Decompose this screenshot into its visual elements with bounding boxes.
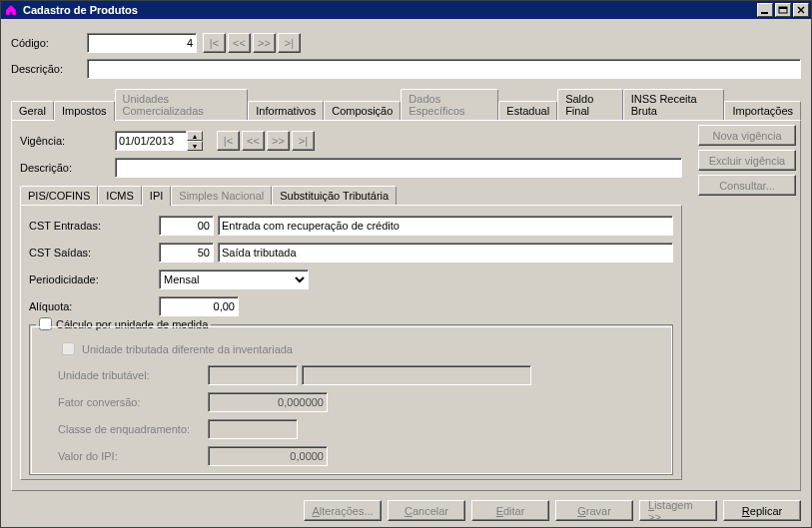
main-tab-7[interactable]: Saldo Final <box>557 89 623 120</box>
classe-label: Classe de enquadramento: <box>58 423 208 435</box>
vigencia-label: Vigência: <box>20 135 115 147</box>
svg-rect-2 <box>779 7 787 9</box>
excluir-vigencia-button[interactable]: Excluir vigência <box>698 150 796 171</box>
replicar-button[interactable]: Replicar <box>723 500 801 521</box>
unid-tribut-label: Unidade tributável: <box>58 369 208 381</box>
nav-first-button[interactable]: |< <box>203 33 226 53</box>
consultar-button[interactable]: Consultar... <box>698 175 796 196</box>
next-icon: >> <box>258 37 271 49</box>
vig-nav-next[interactable]: >> <box>267 131 290 151</box>
main-tab-9[interactable]: Importações <box>724 101 801 120</box>
vigencia-down-button[interactable]: ▼ <box>187 141 203 151</box>
alteracoes-button[interactable]: Alterações... <box>304 500 382 521</box>
titlebar: Cadastro de Produtos <box>1 1 811 19</box>
listagem-button[interactable]: Listagem >> <box>639 500 717 521</box>
unid-invent-checkbox[interactable] <box>62 342 75 355</box>
fator-label: Fator conversão: <box>58 396 208 408</box>
main-tab-6[interactable]: Estadual <box>498 101 557 120</box>
cst-entradas-label: CST Entradas: <box>29 220 159 232</box>
vig-nav-prev[interactable]: << <box>242 131 265 151</box>
window-title: Cadastro de Produtos <box>21 4 755 16</box>
fator-input <box>208 392 328 412</box>
imp-descricao-label: Descrição: <box>20 162 115 174</box>
client-area: Código: |< << >> >| Descrição: GeralImpo… <box>1 19 811 527</box>
sub-tab-3: Simples Nacional <box>171 186 272 205</box>
sub-tabbar: PIS/COFINSICMSIPISimples NacionalSubstit… <box>20 185 792 205</box>
valoripi-input <box>208 446 328 466</box>
unid-tribut-desc <box>302 365 531 385</box>
main-tab-5: Dados Específicos <box>401 89 498 120</box>
cst-entradas-desc[interactable] <box>218 216 673 236</box>
ipi-page: CST Entradas: CST Saídas: Periodicidade:… <box>20 205 682 480</box>
imp-descricao-input[interactable] <box>115 158 682 178</box>
unid-tribut-code <box>208 365 298 385</box>
last-icon: >| <box>285 37 294 49</box>
sub-tab-1[interactable]: ICMS <box>98 186 142 205</box>
impostos-page: Nova vigência Excluir vigência Consultar… <box>11 120 801 491</box>
vigencia-up-button[interactable]: ▲ <box>187 131 203 141</box>
descricao-label: Descrição: <box>11 63 83 75</box>
svg-rect-0 <box>761 12 768 14</box>
app-home-icon <box>3 2 19 18</box>
main-tabbar: GeralImpostosUnidades ComercializadasInf… <box>11 89 801 120</box>
calculo-unidade-fieldset: Cálculo por unidade de medida Unidade tr… <box>29 324 673 475</box>
maximize-button[interactable] <box>775 3 791 17</box>
periodicidade-label: Periodicidade: <box>29 273 159 285</box>
prev-icon: << <box>233 37 246 49</box>
descricao-input[interactable] <box>87 59 801 79</box>
main-tab-4[interactable]: Composição <box>324 101 401 120</box>
calculo-unidade-checkbox[interactable] <box>39 317 52 330</box>
main-tab-0[interactable]: Geral <box>11 101 54 120</box>
cst-saidas-desc[interactable] <box>218 243 673 263</box>
nav-next-button[interactable]: >> <box>253 33 276 53</box>
gravar-button[interactable]: Gravar <box>555 500 633 521</box>
close-button[interactable] <box>793 3 809 17</box>
nav-last-button[interactable]: >| <box>278 33 301 53</box>
codigo-input[interactable] <box>87 33 197 53</box>
periodicidade-select[interactable]: Mensal <box>159 269 309 289</box>
aliquota-label: Alíquota: <box>29 300 159 312</box>
sub-tab-0[interactable]: PIS/COFINS <box>20 186 98 205</box>
calculo-unidade-title: Cálculo por unidade de medida <box>56 318 208 330</box>
cancelar-button[interactable]: Cancelar <box>388 500 465 521</box>
first-icon: |< <box>210 37 219 49</box>
window: Cadastro de Produtos Código: |< << >> >|… <box>0 0 812 528</box>
main-tab-2: Unidades Comercializadas <box>115 89 249 120</box>
nav-prev-button[interactable]: << <box>228 33 251 53</box>
main-tab-3[interactable]: Informativos <box>248 101 324 120</box>
vig-nav-last[interactable]: >| <box>292 131 315 151</box>
minimize-button[interactable] <box>757 3 773 17</box>
vigencia-input[interactable] <box>115 131 187 151</box>
sub-tab-4[interactable]: Substituição Tributária <box>272 186 397 205</box>
vig-nav-first[interactable]: |< <box>217 131 240 151</box>
cst-entradas-code[interactable] <box>159 216 214 236</box>
footer-buttons: Alterações... Cancelar Editar Gravar Lis… <box>1 500 811 521</box>
unid-invent-label: Unidade tributada diferente da inventari… <box>82 343 293 355</box>
classe-input <box>208 419 298 439</box>
codigo-label: Código: <box>11 37 83 49</box>
editar-button[interactable]: Editar <box>471 500 549 521</box>
aliquota-input[interactable] <box>159 296 239 316</box>
main-tab-8[interactable]: INSS Receita Bruta <box>623 89 725 120</box>
cst-saidas-label: CST Saídas: <box>29 247 159 259</box>
cst-saidas-code[interactable] <box>159 243 214 263</box>
sub-tab-2[interactable]: IPI <box>142 186 171 206</box>
main-tab-1[interactable]: Impostos <box>54 101 115 121</box>
nova-vigencia-button[interactable]: Nova vigência <box>698 125 796 146</box>
valoripi-label: Valor do IPI: <box>58 450 208 462</box>
